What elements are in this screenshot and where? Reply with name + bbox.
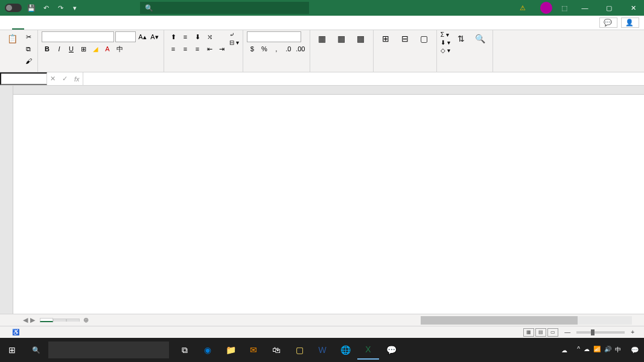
number-format-select[interactable] bbox=[247, 31, 301, 42]
bold-button[interactable]: B bbox=[42, 43, 53, 54]
qat-more-icon[interactable]: ▾ bbox=[70, 3, 80, 13]
align-middle-icon[interactable]: ≡ bbox=[180, 31, 191, 42]
dec-decimal-icon[interactable]: .00 bbox=[295, 43, 306, 54]
user-avatar[interactable] bbox=[540, 2, 552, 14]
tab-addins[interactable] bbox=[109, 16, 121, 30]
fx-confirm-icon[interactable]: ✓ bbox=[62, 75, 68, 83]
comments-button[interactable]: 💬 bbox=[599, 17, 617, 28]
align-right-icon[interactable]: ≡ bbox=[192, 43, 203, 54]
explorer-icon[interactable]: 📁 bbox=[220, 340, 241, 360]
tab-review[interactable] bbox=[72, 16, 84, 30]
close-button[interactable]: ✕ bbox=[625, 4, 642, 12]
percent-icon[interactable]: % bbox=[259, 43, 270, 54]
taskbar-search-box[interactable] bbox=[48, 341, 169, 358]
share-button[interactable]: 👤 bbox=[621, 17, 639, 28]
autosum-button[interactable]: Σ ▾ bbox=[441, 31, 450, 38]
notification-icon[interactable]: 💬 bbox=[631, 346, 639, 354]
tray-ime-icon[interactable]: 中 bbox=[615, 346, 621, 354]
word-icon[interactable]: W bbox=[311, 340, 333, 360]
format-cells-button[interactable]: ▢ bbox=[416, 31, 433, 47]
align-bottom-icon[interactable]: ⬇ bbox=[192, 31, 203, 42]
underline-button[interactable]: U bbox=[66, 43, 77, 54]
tab-home[interactable] bbox=[12, 16, 24, 30]
weather-widget[interactable]: ☁ bbox=[561, 347, 572, 354]
font-name-select[interactable] bbox=[42, 31, 114, 42]
tab-view[interactable] bbox=[84, 16, 97, 30]
task-view-icon[interactable]: ⧉ bbox=[174, 340, 196, 360]
spreadsheet[interactable] bbox=[0, 86, 644, 314]
inc-decimal-icon[interactable]: .0 bbox=[283, 43, 294, 54]
clear-button[interactable]: ◇ ▾ bbox=[441, 47, 450, 54]
font-color-button[interactable]: A bbox=[102, 43, 113, 54]
tab-file[interactable] bbox=[0, 16, 12, 30]
format-painter-icon[interactable]: 🖌 bbox=[23, 56, 34, 66]
search-box[interactable]: 🔍 bbox=[140, 2, 309, 14]
name-box[interactable] bbox=[0, 72, 47, 85]
zoom-out-button[interactable]: — bbox=[564, 329, 570, 335]
h-scrollbar[interactable] bbox=[421, 316, 632, 325]
currency-icon[interactable]: $ bbox=[247, 43, 258, 54]
border-button[interactable]: ⊞ bbox=[78, 43, 89, 54]
zoom-slider[interactable] bbox=[576, 331, 625, 334]
tray-onedrive-icon[interactable]: ☁ bbox=[584, 346, 590, 354]
tab-layout[interactable] bbox=[36, 16, 48, 30]
formula-input[interactable] bbox=[83, 72, 644, 85]
sheet-tab-1[interactable] bbox=[40, 318, 53, 322]
view-normal-button[interactable]: ▦ bbox=[523, 328, 534, 337]
maximize-button[interactable]: ▢ bbox=[601, 4, 617, 12]
align-center-icon[interactable]: ≡ bbox=[180, 43, 191, 54]
decrease-font-icon[interactable]: A▾ bbox=[149, 31, 160, 42]
add-sheet-button[interactable]: ⊕ bbox=[80, 316, 92, 324]
copy-icon[interactable]: ⧉ bbox=[23, 43, 34, 54]
fill-color-button[interactable]: ◢ bbox=[90, 43, 101, 54]
comma-icon[interactable]: , bbox=[271, 43, 282, 54]
wrap-text-button[interactable]: ⤶ bbox=[229, 31, 239, 38]
sheet-nav-next-icon[interactable]: ▶ bbox=[30, 316, 35, 324]
cond-format-button[interactable]: ▦ bbox=[314, 31, 331, 47]
tray-volume-icon[interactable]: 🔊 bbox=[604, 346, 611, 354]
tab-formulas[interactable] bbox=[48, 16, 60, 30]
taskbar-search-icon[interactable]: 🔍 bbox=[24, 346, 48, 354]
cut-icon[interactable]: ✂ bbox=[23, 31, 34, 42]
tab-help[interactable] bbox=[121, 16, 133, 30]
zoom-in-button[interactable]: + bbox=[631, 329, 634, 335]
sticky-notes-icon[interactable]: ▢ bbox=[289, 340, 310, 360]
find-select-button[interactable]: 🔍 bbox=[472, 31, 489, 47]
edge-icon[interactable]: ◉ bbox=[197, 340, 218, 360]
italic-button[interactable]: I bbox=[54, 43, 65, 54]
align-left-icon[interactable]: ≡ bbox=[168, 43, 179, 54]
ribbon-display-icon[interactable]: ⬚ bbox=[560, 3, 569, 13]
indent-inc-icon[interactable]: ⇥ bbox=[216, 43, 227, 54]
save-icon[interactable]: 💾 bbox=[27, 3, 36, 13]
redo-icon[interactable]: ↷ bbox=[56, 3, 65, 13]
tab-data[interactable] bbox=[60, 16, 72, 30]
paste-button[interactable]: 📋 bbox=[4, 31, 21, 47]
status-accessibility[interactable]: ♿ bbox=[12, 329, 19, 335]
store-icon[interactable]: 🛍 bbox=[266, 340, 287, 360]
format-table-button[interactable]: ▦ bbox=[333, 31, 350, 47]
sheet-nav-prev-icon[interactable]: ◀ bbox=[23, 316, 28, 324]
cell-styles-button[interactable]: ▦ bbox=[352, 31, 369, 47]
sheet-tab-2[interactable] bbox=[53, 319, 66, 322]
fx-cancel-icon[interactable]: ✕ bbox=[50, 75, 56, 83]
sheet-tab-3[interactable] bbox=[66, 319, 80, 322]
orientation-icon[interactable]: ⤭ bbox=[204, 31, 215, 42]
chrome-icon[interactable]: 🌐 bbox=[334, 340, 356, 360]
tab-insert[interactable] bbox=[24, 16, 36, 30]
fx-icon[interactable]: fx bbox=[74, 75, 80, 83]
tray-chevron-icon[interactable]: ^ bbox=[577, 346, 580, 354]
indent-dec-icon[interactable]: ⇤ bbox=[204, 43, 215, 54]
insert-cells-button[interactable]: ⊞ bbox=[377, 31, 394, 47]
warning-icon[interactable]: ⚠ bbox=[520, 4, 526, 12]
minimize-button[interactable]: — bbox=[576, 4, 593, 11]
mail-icon[interactable]: ✉ bbox=[243, 340, 264, 360]
tab-developer[interactable] bbox=[97, 16, 109, 30]
increase-font-icon[interactable]: A▴ bbox=[137, 31, 148, 42]
undo-icon[interactable]: ↶ bbox=[41, 3, 51, 13]
tray-wifi-icon[interactable]: 📶 bbox=[593, 346, 601, 354]
align-top-icon[interactable]: ⬆ bbox=[168, 31, 179, 42]
start-button[interactable]: ⊞ bbox=[0, 345, 24, 355]
fill-button[interactable]: ⬇ ▾ bbox=[441, 39, 450, 46]
phonetic-button[interactable]: 中 bbox=[114, 43, 125, 54]
font-size-select[interactable] bbox=[115, 31, 136, 42]
